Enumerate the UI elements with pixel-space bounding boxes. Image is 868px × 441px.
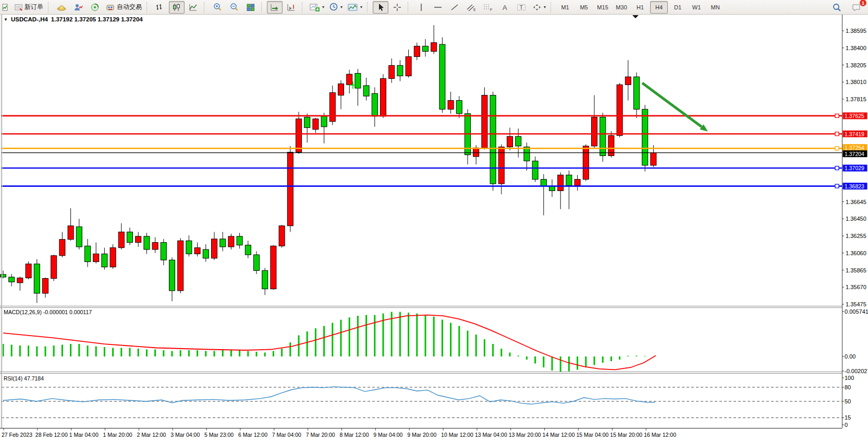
timeframe-button-H4[interactable]: H4	[650, 1, 668, 14]
candle	[152, 243, 158, 249]
timeframe-button-W1[interactable]: W1	[688, 1, 705, 14]
horizontal-line-tool-icon[interactable]	[430, 1, 446, 14]
chart-shift-marker	[632, 15, 639, 18]
candle	[583, 146, 589, 180]
rsi-axis-label: 15	[845, 414, 851, 421]
price-axis-label: 1.36060	[846, 250, 866, 256]
price-axis-label: 1.37815	[846, 96, 866, 102]
candle	[329, 92, 335, 121]
trendline-tool-icon[interactable]	[447, 1, 462, 14]
chevron-down-icon: ▾	[340, 5, 343, 9]
candle	[161, 243, 166, 260]
candle	[17, 278, 23, 283]
candlestick-mode-icon[interactable]	[169, 1, 185, 14]
candle	[144, 236, 150, 249]
timeframe-button-MN[interactable]: MN	[706, 1, 724, 14]
timeframe-button-M30[interactable]: M30	[613, 1, 630, 14]
arrows-tool-icon[interactable]: ▾	[530, 1, 548, 14]
auto-scroll-icon[interactable]	[267, 1, 283, 14]
chevron-down-icon: ▾	[544, 5, 546, 9]
candle	[617, 85, 622, 135]
equidistant-channel-tool-icon[interactable]: E	[463, 1, 479, 14]
chevron-down-icon: ▾	[322, 5, 324, 9]
templates-icon[interactable]: ▾	[346, 1, 364, 14]
price-axis-label: 1.36645	[846, 199, 866, 205]
timeframe-button-H1[interactable]: H1	[631, 1, 649, 14]
zoom-out-icon[interactable]	[226, 1, 242, 14]
candle	[34, 264, 40, 293]
tile-windows-icon[interactable]	[243, 1, 259, 14]
separator	[302, 2, 305, 13]
text-tool-icon[interactable]: A	[497, 1, 512, 14]
time-axis-label: 15 Mar 04:00	[576, 432, 608, 438]
price-axis-label: 1.38205	[846, 62, 866, 68]
price-axis-label: 1.38400	[846, 45, 866, 51]
notifications-icon[interactable]: 1	[849, 1, 864, 14]
price-tag-label: 1.37204	[845, 151, 864, 157]
candle	[85, 246, 91, 261]
line-chart-mode-icon[interactable]	[186, 1, 201, 14]
candle	[26, 264, 31, 278]
bar-chart-mode-icon[interactable]	[152, 1, 168, 14]
time-axis-label: 5 Mar 23:00	[204, 432, 234, 438]
candle	[625, 77, 631, 85]
candle	[186, 241, 192, 254]
fibonacci-tool-icon[interactable]: F	[480, 1, 496, 14]
timeframe-button-M15[interactable]: M15	[594, 1, 612, 14]
price-axis-label: 1.35670	[846, 284, 866, 290]
price-tag-label: 1.37254	[845, 145, 864, 151]
svg-text:E: E	[473, 8, 476, 11]
timeframes-menu-icon[interactable]: ▾	[327, 1, 345, 14]
line-anchor	[835, 166, 839, 170]
new-order-button[interactable]: 新订单	[13, 1, 45, 14]
line-anchor	[835, 132, 839, 136]
profile-icon[interactable]	[70, 1, 86, 14]
candle	[439, 44, 445, 109]
candle	[110, 248, 116, 267]
rsi-axis-label: 50	[845, 398, 851, 404]
search-icon[interactable]	[829, 1, 845, 14]
notification-badge: 1	[860, 0, 866, 6]
auto-trading-button[interactable]: 自动交易	[104, 1, 144, 14]
timeframe-group: M1M5M15M30H1H4D1W1MN	[556, 1, 725, 14]
candle	[592, 117, 597, 146]
auto-trading-label: 自动交易	[117, 3, 142, 11]
candle	[178, 241, 184, 291]
candle	[389, 65, 395, 78]
crosshair-tool-icon[interactable]	[389, 1, 405, 14]
zoom-in-icon[interactable]	[210, 1, 225, 14]
candle	[254, 255, 260, 270]
macd-signal-line	[3, 315, 656, 370]
candle	[634, 77, 640, 109]
candle	[524, 147, 530, 161]
macd-axis-label: 0.00	[845, 353, 855, 360]
candle	[220, 239, 226, 247]
cursor-tool-icon[interactable]	[373, 1, 388, 14]
candle	[127, 232, 133, 242]
signals-icon[interactable]	[87, 1, 103, 14]
svg-text:F: F	[490, 8, 492, 11]
time-axis-label: 8 Mar 12:00	[340, 432, 369, 438]
time-axis-label: 9 Mar 04:00	[373, 432, 402, 438]
timeframe-button-M5[interactable]: M5	[575, 1, 593, 14]
new-chart-icon[interactable]	[0, 1, 11, 14]
candle	[43, 278, 48, 293]
symbol-title-row[interactable]: ▼ USDCAD-,H4 1.37192 1.37205 1.37129 1.3…	[4, 16, 143, 22]
vertical-line-tool-icon[interactable]	[413, 1, 429, 14]
toolbar: 新订单 自动交易	[0, 0, 868, 15]
chart-shift-icon[interactable]	[284, 1, 299, 14]
timeframe-button-D1[interactable]: D1	[669, 1, 687, 14]
chart-canvas[interactable]: 1.385951.384001.382051.380101.378151.366…	[0, 0, 868, 441]
symbol-dropdown-icon[interactable]: ▼	[4, 17, 8, 22]
candle	[228, 236, 234, 247]
timeframe-button-M1[interactable]: M1	[556, 1, 574, 14]
price-axis-label: 1.38010	[846, 79, 866, 85]
indicators-icon[interactable]: ▾	[308, 1, 326, 14]
macd-axis-label: 0.005741	[845, 308, 868, 315]
candle	[541, 180, 546, 186]
macd-axis-label: -0.002027	[845, 368, 868, 374]
hat-strategy-icon[interactable]	[54, 1, 69, 14]
text-label-tool-icon[interactable]: T	[514, 1, 529, 14]
macd-indicator-label: MACD(12,26,9) -0.000001 0.000117	[4, 309, 92, 315]
candle	[600, 117, 606, 156]
